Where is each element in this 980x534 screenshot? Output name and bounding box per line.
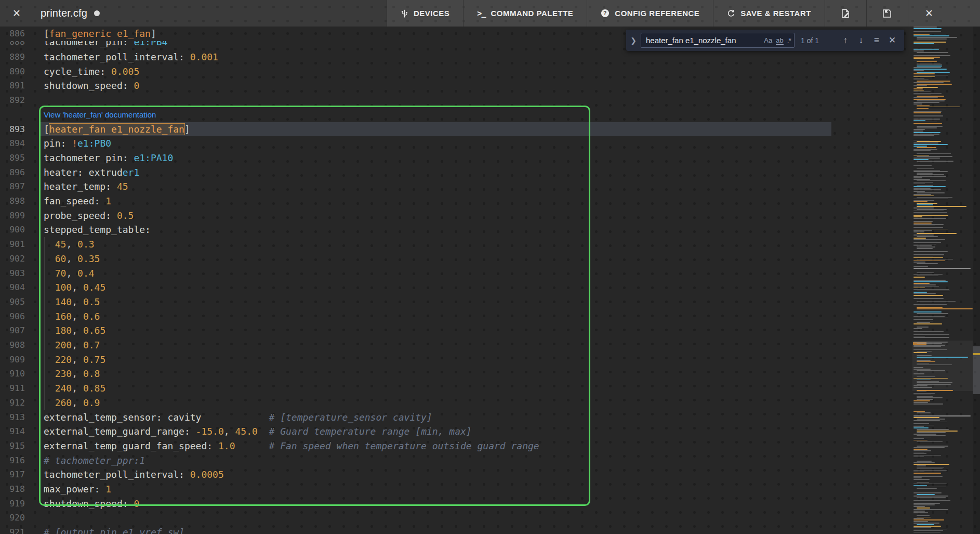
code-line[interactable]: 916# tachometer_ppr:1 xyxy=(0,453,907,468)
minimap-line xyxy=(917,126,943,127)
code-line[interactable]: 915external_temp_guard_fan_speed: 1.0 # … xyxy=(0,439,907,453)
code-line[interactable]: 892 xyxy=(0,93,907,108)
minimap-line xyxy=(917,343,942,344)
match-case-toggle[interactable]: Aa xyxy=(764,36,772,44)
line-number: 921 xyxy=(0,525,25,534)
config-reference-button[interactable]: ? CONFIG REFERENCE xyxy=(587,0,713,27)
close-editor-button[interactable]: ✕ xyxy=(908,0,950,27)
code-line[interactable]: 890cycle_time: 0.005 xyxy=(0,64,907,79)
code-line[interactable]: 893[heater_fan e1_nozzle_fan] xyxy=(0,122,907,137)
minimap-line xyxy=(917,61,937,62)
minimap-line xyxy=(913,402,928,403)
find-previous-icon[interactable]: ↑ xyxy=(839,34,852,47)
minimap-line xyxy=(917,185,933,186)
minimap-line xyxy=(913,239,945,240)
code-line[interactable]: 900stepped_temp_table: xyxy=(0,223,907,237)
line-content: 60, 0.35 xyxy=(44,252,100,266)
whole-word-toggle[interactable]: ab xyxy=(776,36,783,45)
line-content: fan_speed: 1 xyxy=(44,194,111,209)
code-line[interactable]: 898fan_speed: 1 xyxy=(0,194,907,209)
code-line[interactable]: 889tachometer_poll_interval: 0.001 xyxy=(0,50,907,64)
terminal-icon: >_ xyxy=(477,9,485,18)
code-line[interactable]: 921# [output_pin e1_vref_sw] xyxy=(0,525,907,534)
code-line[interactable]: 908 200, 0.7 xyxy=(0,338,907,353)
topbar-actions: DEVICES >_ COMMAND PALETTE ? CONFIG REFE… xyxy=(387,0,980,27)
find-input[interactable] xyxy=(646,36,760,45)
code-line[interactable]: 909 220, 0.75 xyxy=(0,353,907,367)
minimap-line xyxy=(917,307,943,308)
close-tab-icon[interactable]: ✕ xyxy=(6,0,27,27)
code-line[interactable]: 918max_power: 1 xyxy=(0,482,907,497)
code-line[interactable]: 899probe_speed: 0.5 xyxy=(0,209,907,223)
code-line[interactable]: 910 230, 0.8 xyxy=(0,367,907,381)
code-line[interactable]: 920 xyxy=(0,511,907,525)
save-restart-button[interactable]: SAVE & RESTART xyxy=(713,0,825,27)
code-line[interactable]: 906 160, 0.6 xyxy=(0,309,907,324)
vertical-scrollbar[interactable] xyxy=(973,27,980,534)
minimap-line xyxy=(917,37,957,38)
code-line[interactable]: 895tachometer_pin: e1:PA10 xyxy=(0,151,907,165)
codelens-row[interactable]: View 'heater_fan' documentation xyxy=(0,108,907,122)
minimap-line xyxy=(917,494,935,495)
regex-toggle[interactable]: .* xyxy=(787,36,791,45)
minimap-line xyxy=(913,76,935,77)
code-line[interactable]: 905 140, 0.5 xyxy=(0,295,907,309)
minimap-line xyxy=(913,229,948,230)
minimap-line xyxy=(917,87,938,88)
minimap-line xyxy=(913,146,927,147)
minimap-line xyxy=(917,419,945,420)
minimap-line xyxy=(913,215,948,216)
find-next-icon[interactable]: ↓ xyxy=(854,34,868,47)
code-line[interactable]: 919shutdown_speed: 0 xyxy=(0,497,907,511)
command-palette-button[interactable]: >_ COMMAND PALETTE xyxy=(463,0,587,27)
code-line[interactable]: 894pin: !e1:PB0 xyxy=(0,136,907,151)
minimap-line xyxy=(917,355,932,356)
code-line[interactable]: 911 240, 0.85 xyxy=(0,381,907,396)
minimap-line xyxy=(917,487,946,488)
minimap[interactable] xyxy=(912,27,973,534)
code-line[interactable]: 897heater_temp: 45 xyxy=(0,179,907,194)
code-line[interactable]: 902 60, 0.35 xyxy=(0,252,907,266)
code-line[interactable]: 907 180, 0.65 xyxy=(0,323,907,338)
minimap-line xyxy=(913,110,946,111)
save-button[interactable] xyxy=(867,0,908,27)
minimap-line xyxy=(913,504,935,505)
code-line[interactable]: 901 45, 0.3 xyxy=(0,237,907,252)
code-line[interactable]: 904 100, 0.45 xyxy=(0,280,907,295)
code-line[interactable]: 914external_temp_guard_range: -15.0, 45.… xyxy=(0,424,907,439)
minimap-line xyxy=(913,242,941,243)
minimap-line xyxy=(913,261,945,262)
codelens-link[interactable]: View 'heater_fan' documentation xyxy=(44,108,156,122)
line-number: 912 xyxy=(0,396,25,410)
minimap-line xyxy=(913,334,949,335)
minimap-line xyxy=(913,316,945,317)
minimap-line xyxy=(913,42,946,43)
save-and-close-button[interactable] xyxy=(825,0,867,27)
minimap-line xyxy=(917,467,944,468)
minimap-line xyxy=(913,425,934,426)
minimap-line xyxy=(913,319,933,320)
code-line[interactable]: 896heater: extruder1 xyxy=(0,165,907,180)
line-content: 100, 0.45 xyxy=(44,280,105,295)
minimap-line xyxy=(913,395,931,396)
code-editor[interactable]: 886[fan_generic e1_fan]888tachometer_pin… xyxy=(0,27,980,534)
minimap-line xyxy=(913,131,923,132)
devices-button[interactable]: DEVICES xyxy=(387,0,463,27)
minimap-line xyxy=(913,132,941,133)
code-line[interactable]: 913external_temp_sensor: cavity # [tempe… xyxy=(0,410,907,425)
minimap-line xyxy=(913,410,942,411)
find-in-selection-icon[interactable]: ≡ xyxy=(870,34,883,47)
toggle-replace-chevron-icon[interactable]: ❯ xyxy=(626,36,641,45)
minimap-line xyxy=(913,199,948,200)
code-line[interactable]: 903 70, 0.4 xyxy=(0,266,907,281)
minimap-line xyxy=(913,470,947,471)
code-line[interactable]: 891shutdown_speed: 0 xyxy=(0,79,907,93)
code-line[interactable]: 912 260, 0.9 xyxy=(0,396,907,410)
find-close-icon[interactable]: ✕ xyxy=(885,34,899,47)
minimap-line xyxy=(913,503,940,504)
code-line[interactable]: 917tachometer_poll_interval: 0.0005 xyxy=(0,467,907,482)
minimap-line xyxy=(917,161,953,162)
minimap-line xyxy=(913,485,927,486)
minimap-line xyxy=(913,292,927,293)
minimap-line xyxy=(913,235,934,236)
